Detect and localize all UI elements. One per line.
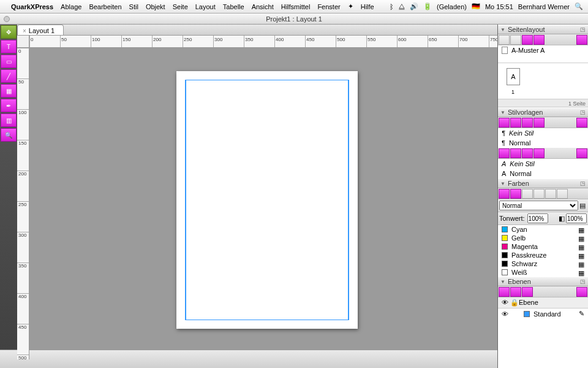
- trash-icon[interactable]: [576, 287, 587, 297]
- bluetooth-icon[interactable]: ᛒ: [390, 3, 394, 10]
- window-titlebar: Projekt1 : Layout 1: [0, 13, 588, 25]
- menu-hilfsmittel[interactable]: Hilfsmittel: [281, 3, 311, 10]
- close-tab-icon[interactable]: ×: [23, 28, 26, 34]
- ruler-origin[interactable]: [17, 36, 29, 48]
- disclosure-icon[interactable]: ▼: [500, 279, 505, 285]
- panels: ▼ Seitenlayout ◳ A-Muster A A 1 1 Seite …: [497, 25, 588, 368]
- panel-menu-icon[interactable]: ◳: [580, 278, 586, 285]
- document-area: × Layout 1 05010015020025030035040045050…: [17, 25, 497, 368]
- panel-styles-header[interactable]: ▼ Stilvorlagen ◳: [498, 107, 588, 117]
- frame-color-icon[interactable]: [499, 189, 510, 199]
- single-page-icon[interactable]: [499, 35, 510, 45]
- facing-page-icon[interactable]: [510, 35, 521, 45]
- menu-layout[interactable]: Layout: [195, 3, 216, 10]
- layer-row[interactable]: 👁 Standard ✎: [498, 309, 588, 319]
- new-style-icon[interactable]: [499, 118, 510, 128]
- ruler-vertical[interactable]: 0501001502002503003504004505005506006507…: [17, 48, 29, 359]
- layout-tab[interactable]: × Layout 1: [17, 25, 64, 35]
- trash-icon[interactable]: [576, 118, 587, 128]
- menu-bearbeiten[interactable]: Bearbeiten: [89, 3, 121, 10]
- panel-layers-header[interactable]: ▼ Ebenen ◳: [498, 277, 588, 286]
- measurements-palette[interactable]: [0, 350, 497, 368]
- page[interactable]: [176, 71, 358, 329]
- color-row[interactable]: Passkreuze▦: [498, 251, 588, 259]
- menu-ablage[interactable]: Ablage: [61, 3, 81, 10]
- menu-hilfe-icon[interactable]: ✦: [348, 2, 353, 10]
- new-style-icon[interactable]: [499, 148, 510, 158]
- blend-options-icon[interactable]: ▤: [578, 202, 587, 210]
- panel-pagelayout-header[interactable]: ▼ Seitenlayout ◳: [498, 25, 588, 34]
- dup-style-icon[interactable]: [522, 148, 533, 158]
- panel-menu-icon[interactable]: ◳: [580, 26, 586, 33]
- edit-style-icon[interactable]: [510, 118, 521, 128]
- picture-tool[interactable]: ▭: [1, 55, 17, 68]
- edit-style-icon[interactable]: [510, 148, 521, 158]
- menu-tabelle[interactable]: Tabelle: [223, 3, 244, 10]
- bg-color-icon[interactable]: [522, 189, 533, 199]
- para-style-row[interactable]: ¶Normal: [498, 138, 588, 148]
- clock[interactable]: Mo 15:51: [485, 3, 513, 10]
- color-row[interactable]: Cyan▦: [498, 225, 588, 234]
- duplicate-icon[interactable]: [522, 35, 533, 45]
- spotlight-icon[interactable]: 🔍: [575, 2, 583, 10]
- shape-tool[interactable]: ▥: [1, 113, 17, 127]
- battery-icon[interactable]: 🔋: [423, 2, 432, 10]
- new-layer-icon[interactable]: [499, 287, 510, 297]
- color-swatch: [502, 261, 508, 267]
- page-thumbnail[interactable]: A: [507, 68, 520, 85]
- volume-icon[interactable]: 🔊: [410, 2, 418, 10]
- blend-mode-select[interactable]: Normal: [499, 201, 578, 210]
- item-tool[interactable]: ✥: [1, 25, 17, 39]
- close-window-icon[interactable]: [4, 16, 10, 22]
- text-tool[interactable]: T: [1, 40, 17, 53]
- menu-objekt[interactable]: Objekt: [146, 3, 165, 10]
- menu-ansicht[interactable]: Ansicht: [252, 3, 274, 10]
- disclosure-icon[interactable]: ▼: [500, 110, 505, 115]
- table-tool[interactable]: ▦: [1, 84, 17, 98]
- trash-icon[interactable]: [576, 35, 587, 45]
- app-name[interactable]: QuarkXPress: [11, 3, 53, 10]
- menu-seite[interactable]: Seite: [173, 3, 188, 10]
- char-style-row[interactable]: AKein Stil: [498, 159, 588, 169]
- update-style-icon[interactable]: [533, 148, 545, 158]
- menu-hilfe[interactable]: Hilfe: [361, 3, 374, 10]
- line-tool[interactable]: ╱: [1, 69, 17, 83]
- zoom-tool[interactable]: 🔍: [1, 128, 17, 142]
- delete-page-icon[interactable]: [533, 35, 545, 45]
- color-row[interactable]: Schwarz▦: [498, 259, 588, 268]
- tone-row: Tonwert: ◧: [498, 212, 588, 225]
- merge-layer-icon[interactable]: [510, 287, 521, 297]
- master-page-row[interactable]: A-Muster A: [498, 45, 588, 55]
- update-style-icon[interactable]: [533, 118, 545, 128]
- gap-color-icon[interactable]: [545, 189, 556, 199]
- color-row[interactable]: Gelb▦: [498, 234, 588, 242]
- opacity-icon[interactable]: [557, 189, 568, 199]
- tone-value-2[interactable]: [566, 213, 587, 223]
- menu-stil[interactable]: Stil: [129, 3, 138, 10]
- color-row[interactable]: Magenta▦: [498, 242, 588, 251]
- canvas[interactable]: [29, 48, 497, 359]
- tone-value-1[interactable]: [527, 213, 548, 223]
- user-name[interactable]: Bernhard Werner: [518, 3, 570, 10]
- visibility-toggle[interactable]: 👁: [502, 310, 509, 318]
- disclosure-icon[interactable]: ▼: [500, 27, 505, 33]
- panel-colors-header[interactable]: ▼ Farben ◳: [498, 178, 588, 188]
- text-color-icon[interactable]: [510, 189, 521, 199]
- char-style-row[interactable]: ANormal: [498, 169, 588, 178]
- pencil-icon[interactable]: ✎: [579, 310, 584, 318]
- dup-style-icon[interactable]: [522, 118, 533, 128]
- ruler-horizontal[interactable]: 0501001502002503003504004505005506006507…: [29, 36, 497, 48]
- blend-color-icon[interactable]: [533, 189, 545, 199]
- opacity-icon[interactable]: ◧: [559, 215, 565, 223]
- color-row[interactable]: Weiß▦: [498, 268, 588, 277]
- wifi-icon[interactable]: ⧋: [399, 2, 405, 10]
- flag-icon[interactable]: 🇩🇪: [472, 2, 480, 10]
- menu-fenster[interactable]: Fenster: [317, 3, 340, 10]
- pen-tool[interactable]: ✒: [1, 99, 17, 112]
- para-style-row[interactable]: ¶Kein Stil: [498, 128, 588, 138]
- trash-icon[interactable]: [576, 148, 587, 158]
- panel-menu-icon[interactable]: ◳: [580, 109, 586, 115]
- panel-menu-icon[interactable]: ◳: [580, 180, 586, 186]
- move-layer-icon[interactable]: [522, 287, 533, 297]
- disclosure-icon[interactable]: ▼: [500, 181, 505, 186]
